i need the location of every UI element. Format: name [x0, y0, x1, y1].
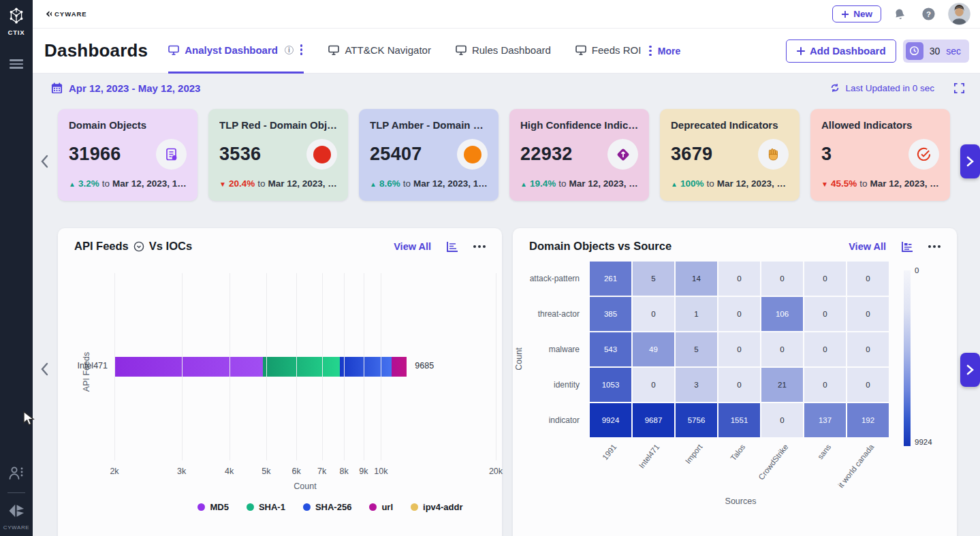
x-tick-label: 6k — [292, 467, 301, 476]
monitor-icon — [456, 45, 467, 55]
panel-menu-icon[interactable] — [473, 242, 486, 251]
chart-type-icon[interactable] — [901, 241, 913, 252]
bar-segment-sha-1[interactable] — [263, 357, 341, 377]
menu-toggle-icon[interactable] — [10, 59, 23, 69]
heatmap-cell[interactable]: 9687 — [633, 403, 674, 437]
heatmap-cell[interactable]: 0 — [718, 262, 760, 296]
heatmap-cell[interactable]: 0 — [847, 297, 889, 331]
panels-scroll-right-button[interactable] — [960, 353, 980, 387]
bar-segment-md5[interactable] — [114, 357, 263, 377]
heatmap-column-label: sans — [816, 443, 832, 461]
tab-analyst-dashboard[interactable]: Analyst Dashboardi — [168, 29, 304, 74]
stat-card[interactable]: Domain Objects31966▲3.2%toMar 12, 2023, … — [58, 109, 197, 201]
heatmap-cell[interactable]: 0 — [847, 262, 889, 296]
heatmap-cell[interactable]: 0 — [761, 403, 803, 437]
heatmap-cell[interactable]: 261 — [590, 262, 631, 296]
notifications-bell-icon[interactable] — [889, 4, 910, 25]
heatmap-cell[interactable]: 0 — [718, 368, 760, 402]
heatmap-cell[interactable]: 0 — [761, 332, 803, 366]
heatmap-cell[interactable]: 543 — [590, 332, 631, 366]
heatmap-cell[interactable]: 14 — [676, 262, 717, 296]
heatmap-row-label: identity — [517, 368, 588, 402]
stat-card[interactable]: Allowed Indicators3▼45.5%toMar 12, 2023,… — [810, 109, 950, 201]
heatmap-cell[interactable]: 5756 — [676, 403, 717, 437]
legend-item-ipv4-addr[interactable]: ipv4-addr — [411, 502, 463, 512]
heatmap-cell[interactable]: 192 — [847, 403, 889, 437]
heatmap-cell[interactable]: 0 — [633, 297, 674, 331]
new-button[interactable]: New — [832, 5, 881, 22]
legend-dot-icon — [369, 503, 377, 511]
tab-rules-dashboard[interactable]: Rules Dashboard — [456, 29, 551, 74]
stat-card[interactable]: High Confidence Indic…22932▲19.4%toMar 1… — [509, 109, 649, 201]
date-range-picker[interactable]: Apr 12, 2023 - May 12, 2023 — [51, 82, 200, 94]
heatmap-cell[interactable]: 0 — [804, 297, 846, 331]
heatmap-cell[interactable]: 0 — [847, 332, 889, 366]
add-dashboard-button[interactable]: Add Dashboard — [786, 40, 896, 63]
legend-item-url[interactable]: url — [369, 502, 393, 512]
heatmap-cell[interactable]: 9924 — [590, 403, 631, 437]
bar-segment-url[interactable] — [392, 357, 407, 377]
legend-item-sha-1[interactable]: SHA-1 — [247, 502, 285, 512]
report-icon — [156, 139, 187, 170]
tab-label: Rules Dashboard — [472, 44, 551, 56]
heatmap-cell[interactable]: 5 — [633, 262, 674, 296]
tab-att-ck-navigator[interactable]: ATT&CK Navigator — [328, 29, 430, 74]
color-scale-min-label: 0 — [915, 266, 919, 274]
stat-card[interactable]: TLP Amber - Domain …25407▲8.6%toMar 12, … — [359, 109, 499, 201]
stat-card[interactable]: TLP Red - Domain Obj…3536▼20.4%toMar 12,… — [208, 109, 348, 201]
heatmap-cell[interactable]: 0 — [633, 368, 674, 402]
heatmap-cell[interactable]: 0 — [718, 297, 760, 331]
heatmap-cell[interactable]: 1551 — [718, 403, 760, 437]
heatmap-cell[interactable]: 0 — [718, 332, 760, 366]
refresh-timer-chip[interactable]: 30 sec — [903, 40, 969, 63]
view-all-link[interactable]: View All — [394, 241, 431, 252]
heatmap-cell[interactable]: 5 — [676, 332, 717, 366]
heatmap-cell[interactable]: 49 — [633, 332, 674, 366]
tab-feeds-roi[interactable]: Feeds ROI — [575, 29, 642, 74]
legend-label: url — [381, 502, 393, 512]
heatmap-cell[interactable]: 0 — [804, 368, 846, 402]
heatmap-column-label: 1991 — [601, 443, 618, 462]
panel-menu-icon[interactable] — [928, 242, 941, 251]
x-tick-label: 20k — [489, 467, 503, 476]
heatmap-column-label: it world canada — [836, 443, 875, 489]
legend-item-md5[interactable]: MD5 — [197, 502, 228, 512]
chevron-down-circle-icon[interactable] — [133, 241, 144, 252]
legend-item-sha-256[interactable]: SHA-256 — [303, 502, 351, 512]
cards-scroll-left-button[interactable] — [37, 153, 52, 170]
heatmap-cell[interactable]: 0 — [804, 262, 846, 296]
help-icon[interactable]: ? — [918, 4, 938, 25]
bar-chart-gridline — [266, 273, 267, 460]
ctix-logo[interactable]: CTIX — [7, 7, 25, 36]
heatmap-cell[interactable]: 1 — [676, 297, 717, 331]
chart-panels-row: API Feeds Vs IOCs View All API Feeds Int… — [58, 228, 957, 536]
panels-scroll-left-button[interactable] — [37, 360, 52, 378]
bar-chart-gridline — [182, 273, 183, 460]
heatmap-cell[interactable]: 1053 — [590, 368, 631, 402]
cards-scroll-right-button[interactable] — [960, 144, 980, 178]
heatmap-cell[interactable]: 3 — [676, 368, 717, 402]
trend-up-icon: ▲ — [370, 180, 377, 188]
tab-options-icon[interactable] — [299, 43, 304, 57]
heatmap-cell[interactable]: 385 — [590, 297, 631, 331]
trend-percent: 3.2% — [78, 178, 99, 189]
heatmap-cell[interactable]: 0 — [761, 262, 803, 296]
monitor-icon — [575, 45, 586, 55]
heatmap-cell[interactable]: 106 — [761, 297, 803, 331]
stat-card-trend: ▼45.5%toMar 12, 2023, … — [821, 178, 939, 189]
heatmap-cell[interactable]: 0 — [847, 368, 889, 402]
heatmap-cell[interactable]: 0 — [804, 332, 846, 366]
user-management-icon[interactable] — [7, 465, 25, 484]
chart-type-icon[interactable] — [446, 241, 458, 252]
stat-cards-row: Domain Objects31966▲3.2%toMar 12, 2023, … — [58, 109, 950, 201]
view-all-link[interactable]: View All — [849, 241, 886, 252]
heatmap-cell[interactable]: 21 — [761, 368, 803, 402]
bar-segment-sha-256[interactable] — [340, 357, 392, 377]
last-updated-refresh[interactable]: Last Updated in 0 sec — [829, 82, 934, 93]
more-tabs-button[interactable]: More — [648, 44, 680, 58]
info-icon[interactable]: i — [285, 46, 294, 54]
heatmap-cell[interactable]: 137 — [804, 403, 846, 437]
user-avatar[interactable] — [948, 3, 970, 25]
fullscreen-icon[interactable] — [953, 82, 965, 94]
stat-card[interactable]: Deprecated Indicators3679▲100%toMar 12, … — [660, 109, 800, 201]
